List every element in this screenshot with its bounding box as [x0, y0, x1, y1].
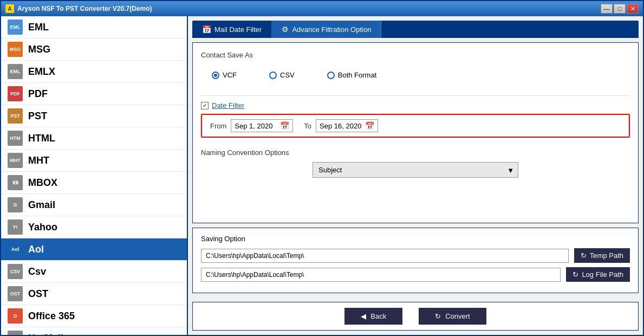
- from-date-input[interactable]: [235, 122, 278, 130]
- sidebar-item-mbox[interactable]: 📧 MBOX: [1, 172, 187, 194]
- sidebar-item-pst[interactable]: PST PST: [1, 105, 187, 127]
- sidebar-item-office365[interactable]: O Office 365: [1, 305, 187, 327]
- back-label: Back: [370, 312, 386, 320]
- sidebar-item-eml[interactable]: EML EML: [1, 16, 187, 38]
- panel-content: Contact Save As VCF CSV Both Format: [193, 43, 638, 223]
- sidebar-icon-gmail: G: [8, 197, 23, 212]
- sidebar-label-office365: Office 365: [28, 311, 75, 322]
- sidebar-item-gmail[interactable]: G Gmail: [1, 194, 187, 216]
- sidebar-icon-mbox: 📧: [8, 175, 23, 190]
- tab-advance-filtration[interactable]: ⚙ Advance Filtration Option: [272, 21, 381, 38]
- naming-convention-select-wrapper: SubjectDateFromToAttachment ▼: [313, 162, 518, 178]
- radio-both[interactable]: Both Format: [327, 71, 377, 79]
- sidebar-label-emlx: EMLX: [28, 66, 55, 77]
- saving-option-title: Saving Option: [201, 235, 630, 243]
- sidebar-icon-pst: PST: [8, 108, 23, 124]
- main-body: EML EML MSG MSG EML EMLX PDF PDF PST PST…: [1, 16, 643, 335]
- from-label: From: [210, 122, 226, 130]
- title-bar-buttons: — □ ✕: [601, 4, 639, 14]
- sidebar-icon-yahoo: Y!: [8, 219, 23, 235]
- to-calendar-icon[interactable]: 📅: [365, 121, 374, 130]
- sidebar-label-eml: EML: [28, 22, 49, 33]
- window-title: Aryson NSF To PST Converter V20.7(Demo): [17, 5, 152, 12]
- sidebar-item-yahoo[interactable]: Y! Yahoo: [1, 216, 187, 238]
- sidebar: EML EML MSG MSG EML EMLX PDF PDF PST PST…: [1, 16, 188, 335]
- contact-save-radio-group: VCF CSV Both Format: [201, 66, 630, 85]
- temp-path-input[interactable]: [201, 249, 569, 263]
- sidebar-label-yahoo: Yahoo: [28, 222, 57, 233]
- temp-path-button[interactable]: ↻ Temp Path: [574, 248, 630, 263]
- log-path-input[interactable]: [201, 268, 561, 282]
- log-path-row: ↻ Log File Path: [201, 267, 630, 282]
- from-calendar-icon[interactable]: 📅: [280, 121, 289, 130]
- from-date-input-wrapper[interactable]: 📅: [231, 119, 293, 132]
- sidebar-icon-emlx: EML: [8, 64, 23, 79]
- radio-circle-csv: [269, 72, 277, 79]
- naming-convention-section: Naming Convention Options SubjectDateFro…: [201, 148, 630, 178]
- sidebar-label-hotmail: HotMail: [28, 333, 63, 335]
- date-filter-label: Date Filter: [212, 101, 244, 109]
- sidebar-label-csv: Csv: [28, 266, 46, 277]
- contact-save-as-section: Contact Save As VCF CSV Both Format: [201, 51, 630, 85]
- to-date-input-wrapper[interactable]: 📅: [316, 119, 378, 132]
- sidebar-icon-html: HTM: [8, 131, 23, 146]
- sidebar-icon-office365: O: [8, 308, 23, 324]
- radio-vcf[interactable]: VCF: [212, 71, 237, 79]
- to-date-input[interactable]: [320, 122, 363, 130]
- sidebar-label-mbox: MBOX: [28, 177, 57, 189]
- convert-button[interactable]: ↻ Convert: [419, 308, 486, 325]
- content-area: 📅 Mail Date Filter ⚙ Advance Filtration …: [188, 16, 643, 335]
- maximize-button[interactable]: □: [614, 4, 626, 14]
- sidebar-item-aol[interactable]: Aol Aol: [1, 238, 187, 261]
- tab-label-advance-filtration: Advance Filtration Option: [292, 25, 371, 34]
- date-filter-row: Date Filter: [201, 101, 630, 109]
- sidebar-label-pst: PST: [28, 111, 47, 122]
- sidebar-item-emlx[interactable]: EML EMLX: [1, 61, 187, 83]
- radio-label-csv: CSV: [280, 71, 295, 79]
- tab-bar: 📅 Mail Date Filter ⚙ Advance Filtration …: [192, 21, 639, 38]
- radio-circle-both: [327, 72, 335, 79]
- tab-label-mail-date-filter: Mail Date Filter: [214, 25, 262, 34]
- sidebar-label-html: HTML: [28, 133, 55, 144]
- temp-path-btn-label: Temp Path: [590, 251, 623, 260]
- date-filter-section: Date Filter From 📅: [201, 101, 630, 138]
- date-from-field: From 📅: [210, 119, 293, 132]
- back-icon: ◀: [361, 312, 366, 320]
- sidebar-item-hotmail[interactable]: ✉ HotMail: [1, 327, 187, 335]
- sidebar-icon-hotmail: ✉: [8, 331, 23, 335]
- naming-convention-select[interactable]: SubjectDateFromToAttachment: [313, 162, 518, 178]
- sidebar-item-msg[interactable]: MSG MSG: [1, 38, 187, 61]
- radio-label-both: Both Format: [338, 71, 377, 79]
- sidebar-item-pdf[interactable]: PDF PDF: [1, 83, 187, 105]
- saving-option-panel: Saving Option ↻ Temp Path ↻ Log File Pat…: [192, 228, 639, 293]
- log-path-button[interactable]: ↻ Log File Path: [566, 267, 630, 282]
- date-filter-checkbox[interactable]: [201, 102, 209, 109]
- to-label: To: [304, 122, 311, 130]
- sidebar-item-mht[interactable]: MHT MHT: [1, 150, 187, 172]
- minimize-button[interactable]: —: [601, 4, 613, 14]
- close-button[interactable]: ✕: [627, 4, 639, 14]
- main-window: A Aryson NSF To PST Converter V20.7(Demo…: [0, 0, 644, 336]
- convert-label: Convert: [445, 312, 470, 320]
- sidebar-item-html[interactable]: HTM HTML: [1, 127, 187, 150]
- temp-path-btn-icon: ↻: [581, 251, 587, 260]
- main-panel: Contact Save As VCF CSV Both Format: [192, 42, 639, 223]
- sidebar-item-csv[interactable]: CSV Csv: [1, 261, 187, 283]
- sidebar-icon-ost: OST: [8, 286, 23, 301]
- radio-csv[interactable]: CSV: [269, 71, 295, 79]
- naming-convention-title: Naming Convention Options: [201, 148, 630, 157]
- bottom-bar: ◀ Back ↻ Convert: [192, 302, 639, 331]
- convert-icon: ↻: [435, 312, 441, 320]
- title-bar-left: A Aryson NSF To PST Converter V20.7(Demo…: [5, 4, 152, 13]
- date-to-field: To 📅: [304, 119, 378, 132]
- sidebar-label-aol: Aol: [28, 244, 44, 255]
- back-button[interactable]: ◀ Back: [344, 308, 402, 325]
- date-filter-checkbox-item[interactable]: Date Filter: [201, 101, 244, 109]
- temp-path-row: ↻ Temp Path: [201, 248, 630, 263]
- sidebar-item-ost[interactable]: OST OST: [1, 283, 187, 305]
- tab-mail-date-filter[interactable]: 📅 Mail Date Filter: [192, 21, 272, 38]
- sidebar-icon-mht: MHT: [8, 153, 23, 168]
- title-bar: A Aryson NSF To PST Converter V20.7(Demo…: [1, 1, 643, 16]
- tab-icon-advance-filtration: ⚙: [282, 25, 289, 34]
- sidebar-label-mht: MHT: [28, 155, 49, 166]
